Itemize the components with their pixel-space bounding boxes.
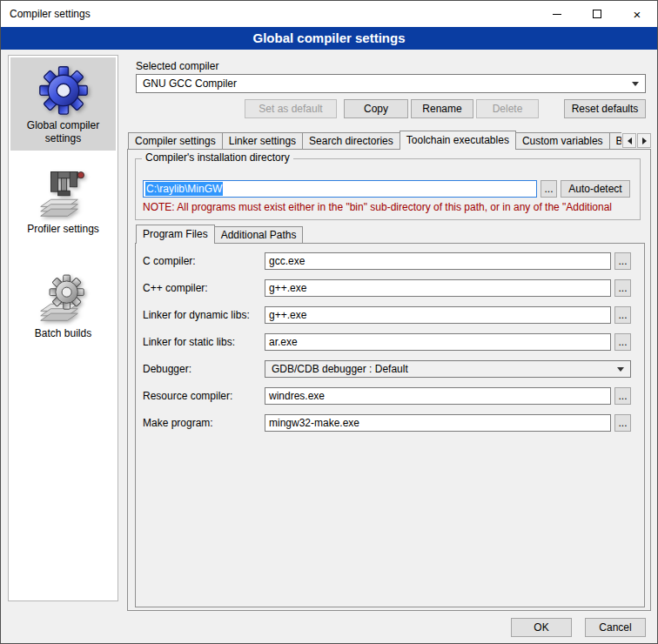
batch-builds-icon (38, 272, 89, 323)
subtab-strip: Program Files Additional Paths (136, 225, 484, 244)
tab-compiler-settings[interactable]: Compiler settings (128, 132, 223, 149)
ok-button[interactable]: OK (511, 618, 572, 637)
browse-resource-compiler-button[interactable]: ... (614, 387, 631, 405)
sidebar-item-profiler-settings[interactable]: Profiler settings (10, 161, 116, 241)
set-as-default-button[interactable]: Set as default (245, 99, 337, 118)
auto-detect-button[interactable]: Auto-detect (561, 180, 630, 198)
delete-button[interactable]: Delete (476, 99, 539, 118)
cancel-button[interactable]: Cancel (585, 618, 646, 637)
browse-linker-static-button[interactable]: ... (614, 333, 631, 351)
linker-dynamic-label: Linker for dynamic libs: (143, 306, 250, 324)
profiler-icon (38, 168, 89, 218)
icon-wrap (12, 64, 114, 115)
maximize-button[interactable] (577, 1, 617, 27)
compiler-settings-dialog: Compiler settings × Global compiler sett… (0, 0, 658, 644)
installation-directory-input[interactable]: C:\raylib\MinGW (143, 180, 537, 198)
selected-compiler-select[interactable]: GNU GCC Compiler (136, 74, 646, 93)
resource-compiler-input[interactable] (265, 387, 611, 405)
chevron-down-icon (632, 82, 639, 86)
cpp-compiler-input[interactable] (265, 279, 611, 297)
selected-compiler-label: Selected compiler (136, 57, 218, 75)
browse-linker-dynamic-button[interactable]: ... (614, 306, 631, 324)
window-controls: × (537, 1, 657, 27)
gear-icon (38, 64, 89, 115)
make-program-label: Make program: (143, 414, 213, 432)
icon-wrap (12, 272, 114, 323)
window-title: Compiler settings (1, 8, 91, 20)
rename-button[interactable]: Rename (411, 99, 473, 118)
sidebar-item-label: Batch builds (12, 327, 114, 340)
c-compiler-label: C compiler: (143, 252, 196, 270)
arrow-left-icon (628, 138, 632, 144)
minimize-button[interactable] (537, 1, 577, 27)
browse-c-compiler-button[interactable]: ... (614, 252, 631, 270)
titlebar: Compiler settings × (1, 1, 657, 27)
tab-strip: Compiler settings Linker settings Search… (128, 131, 621, 150)
sidebar-item-label: Global compiler settings (12, 119, 114, 145)
icon-wrap (12, 168, 114, 218)
debugger-label: Debugger: (143, 360, 191, 378)
chevron-down-icon (617, 367, 624, 372)
debugger-value: GDB/CDB debugger : Default (272, 363, 408, 375)
browse-make-program-button[interactable]: ... (614, 414, 631, 432)
installation-directory-value: C:\raylib\MinGW (145, 182, 223, 196)
make-program-input[interactable] (265, 414, 611, 432)
copy-button[interactable]: Copy (344, 99, 408, 118)
groupbox-title: Compiler's installation directory (142, 151, 293, 164)
arrow-right-icon (642, 138, 647, 144)
tab-toolchain-executables[interactable]: Toolchain executables (400, 131, 516, 150)
cpp-compiler-label: C++ compiler: (143, 279, 208, 297)
sidebar-item-label: Profiler settings (12, 223, 114, 236)
maximize-icon (593, 10, 601, 18)
c-compiler-input[interactable] (265, 252, 611, 270)
tab-scroll-left-button[interactable] (622, 133, 636, 148)
linker-static-label: Linker for static libs: (143, 333, 235, 351)
sidebar-item-global-compiler-settings[interactable]: Global compiler settings (10, 57, 116, 151)
tab-custom-variables[interactable]: Custom variables (515, 132, 610, 149)
close-icon: × (634, 8, 641, 21)
tab-linker-settings[interactable]: Linker settings (222, 132, 303, 149)
tab-search-directories[interactable]: Search directories (302, 132, 400, 149)
minimize-icon (553, 14, 561, 15)
reset-defaults-button[interactable]: Reset defaults (564, 99, 646, 118)
sidebar-item-batch-builds[interactable]: Batch builds (10, 265, 116, 345)
selected-compiler-value: GNU GCC Compiler (143, 77, 237, 90)
linker-dynamic-input[interactable] (265, 306, 611, 324)
resource-compiler-label: Resource compiler: (143, 387, 232, 405)
sidebar: Global compiler settings (8, 55, 118, 601)
linker-static-input[interactable] (265, 333, 611, 351)
note-text: NOTE: All programs must exist either in … (143, 201, 646, 214)
debugger-select[interactable]: GDB/CDB debugger : Default (265, 360, 631, 378)
tab-build-options[interactable]: Build (609, 132, 621, 149)
close-button[interactable]: × (617, 1, 657, 27)
browse-cpp-compiler-button[interactable]: ... (614, 279, 631, 297)
page-title: Global compiler settings (1, 27, 657, 50)
tab-scroll-right-button[interactable] (637, 133, 651, 148)
subtab-additional-paths[interactable]: Additional Paths (214, 226, 304, 243)
browse-directory-button[interactable]: ... (540, 180, 557, 198)
subtab-program-files[interactable]: Program Files (136, 225, 215, 244)
